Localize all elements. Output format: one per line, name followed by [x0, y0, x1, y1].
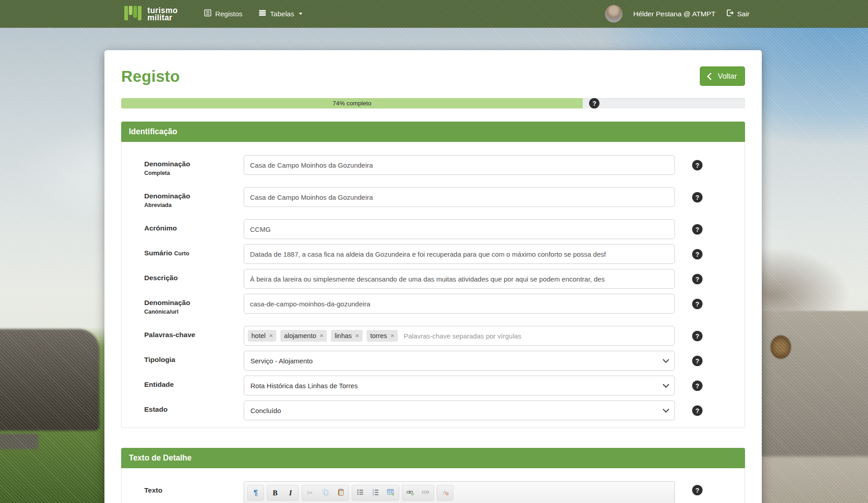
field-row-estado: Estado Concluído ?	[122, 400, 745, 420]
numbered-list-button[interactable]: 1 2 3	[368, 486, 383, 500]
brand-logo[interactable]: turismo militar	[123, 4, 178, 24]
denominacao-abreviada-input[interactable]: Casa de Campo Moinhos da Gozundeira	[244, 187, 675, 207]
copy-button[interactable]	[318, 486, 333, 500]
acronimo-input[interactable]: CCMG	[244, 219, 675, 239]
paste-icon	[337, 489, 344, 498]
logout-icon	[726, 9, 734, 19]
cut-button[interactable]: ✂	[302, 486, 317, 500]
page-title: Registo	[121, 67, 180, 85]
help-icon[interactable]: ?	[692, 331, 703, 341]
remove-tag-icon[interactable]: ×	[391, 333, 394, 339]
stone-wall	[755, 311, 868, 503]
italic-icon: I	[289, 489, 292, 497]
help-icon[interactable]: ?	[692, 192, 703, 202]
keyword-tag: linhas×	[331, 330, 363, 342]
stone-ruin	[0, 329, 99, 431]
keyword-tag: torres×	[367, 330, 398, 342]
chevron-down-icon	[663, 406, 669, 413]
keyword-tag: hotel×	[248, 330, 276, 342]
toolbar-group-lists: 1 2 3	[352, 485, 399, 501]
remove-format-button[interactable]: A	[438, 486, 453, 500]
bold-button[interactable]: B	[268, 486, 283, 500]
help-icon[interactable]: ?	[692, 485, 703, 495]
descricao-input[interactable]: À beira da lareira ou simplesmente desca…	[244, 269, 675, 289]
field-row-entidade: Entidade Rota Histórica das Linhas de To…	[122, 376, 745, 395]
identification-panel-header: Identificação	[121, 122, 745, 142]
unlink-icon	[422, 489, 429, 498]
field-label: Tipologia	[144, 356, 244, 364]
editor-toolbar: ¶ B I ✂	[244, 482, 675, 503]
detail-text-panel-header: Texto de Detalhe	[121, 448, 745, 468]
field-label: Descrição	[144, 274, 244, 282]
field-label: Palavras-chave	[144, 331, 244, 339]
field-sublabel: Abreviada	[144, 202, 244, 208]
copy-icon	[322, 489, 329, 498]
help-icon[interactable]: ?	[692, 405, 703, 416]
rich-text-editor[interactable]: ¶ B I ✂	[244, 481, 675, 503]
estado-select[interactable]: Concluído	[244, 400, 675, 420]
remove-tag-icon[interactable]: ×	[320, 333, 323, 339]
help-icon[interactable]: ?	[692, 356, 703, 366]
voltar-button[interactable]: Voltar	[700, 66, 745, 86]
entidade-select[interactable]: Rota Histórica das Linhas de Torres	[244, 376, 675, 395]
toolbar-group-basicstyles: B I	[267, 485, 299, 501]
brand-text: turismo militar	[147, 7, 178, 21]
help-icon[interactable]: ?	[692, 224, 703, 235]
field-label: Denominação	[144, 299, 244, 307]
help-icon[interactable]: ?	[692, 249, 703, 259]
nav-item-registos[interactable]: Registos	[204, 9, 242, 19]
denominacao-completa-input[interactable]: Casa de Campo Moinhos da Gozundeira	[244, 155, 675, 175]
voltar-label: Voltar	[718, 72, 737, 80]
link-button[interactable]	[403, 486, 418, 500]
sumario-curto-input[interactable]: Datada de 1887, a casa fica na aldeia da…	[244, 244, 675, 264]
italic-button[interactable]: I	[283, 486, 298, 500]
insert-table-icon	[387, 489, 395, 498]
logout-button[interactable]: Sair	[726, 9, 750, 19]
toolbar-group-blocks: ¶	[247, 485, 264, 501]
paste-button[interactable]	[333, 486, 348, 500]
user-avatar[interactable]	[605, 5, 623, 23]
numbered-list-icon: 1 2 3	[372, 489, 379, 498]
remove-tag-icon[interactable]: ×	[355, 333, 359, 339]
unlink-button[interactable]	[418, 486, 433, 500]
remove-tag-icon[interactable]: ×	[269, 333, 273, 339]
show-blocks-button[interactable]: ¶	[248, 486, 263, 500]
field-row-tipologia: Tipologia Serviço - Alojamento ?	[122, 351, 745, 371]
toolbar-group-clipboard: ✂	[302, 485, 349, 501]
nav-item-tabelas[interactable]: Tabelas	[259, 9, 302, 19]
progress-fill: 74% completo	[121, 98, 583, 108]
toolbar-group-cleanup: A	[437, 485, 453, 501]
tabelas-rows-icon	[259, 9, 266, 19]
denominacao-canonica-input[interactable]: casa-de-campo-moinhos-da-gozundeira	[244, 294, 675, 314]
progress-label: 74% completo	[333, 100, 372, 107]
bulleted-list-button[interactable]	[353, 486, 368, 500]
help-icon[interactable]: ?	[692, 160, 703, 170]
palavras-chave-input[interactable]: hotel× alojamento× linhas× torres× Palav…	[244, 326, 675, 346]
chevron-down-icon	[299, 13, 302, 15]
top-navbar: turismo militar Registos Tabelas	[0, 0, 868, 28]
remove-format-icon: A	[442, 489, 449, 498]
registo-card: Registo Voltar 74% completo ? Identifica…	[104, 50, 762, 503]
field-label: Denominação	[144, 160, 244, 168]
field-label: Texto	[144, 486, 244, 494]
field-row-denominacao-completa: Denominação Completa Casa de Campo Moinh…	[122, 155, 745, 176]
progress-help-icon[interactable]: ?	[589, 98, 599, 108]
field-row-denominacao-abreviada: Denominação Abreviada Casa de Campo Moin…	[122, 187, 745, 208]
user-name[interactable]: Hélder Pestana @ ATMPT	[633, 10, 716, 18]
help-icon[interactable]: ?	[692, 381, 703, 391]
keyword-tag: alojamento×	[280, 330, 327, 342]
field-label: Entidade	[144, 381, 244, 389]
bench	[0, 434, 38, 449]
nav-item-label: Tabelas	[270, 10, 294, 18]
toolbar-group-links	[402, 485, 434, 501]
field-label: Estado	[144, 405, 244, 414]
svg-text:3: 3	[372, 493, 373, 496]
field-row-descricao: Descrição À beira da lareira ou simplesm…	[122, 269, 745, 289]
help-icon[interactable]: ?	[692, 299, 703, 309]
field-row-acronimo: Acrónimo CCMG ?	[122, 219, 745, 239]
nav-item-label: Registos	[215, 10, 242, 18]
help-icon[interactable]: ?	[692, 274, 703, 284]
identification-panel: Identificação Denominação Completa Casa …	[121, 122, 745, 428]
tipologia-select[interactable]: Serviço - Alojamento	[244, 351, 675, 371]
insert-table-button[interactable]	[383, 486, 398, 500]
